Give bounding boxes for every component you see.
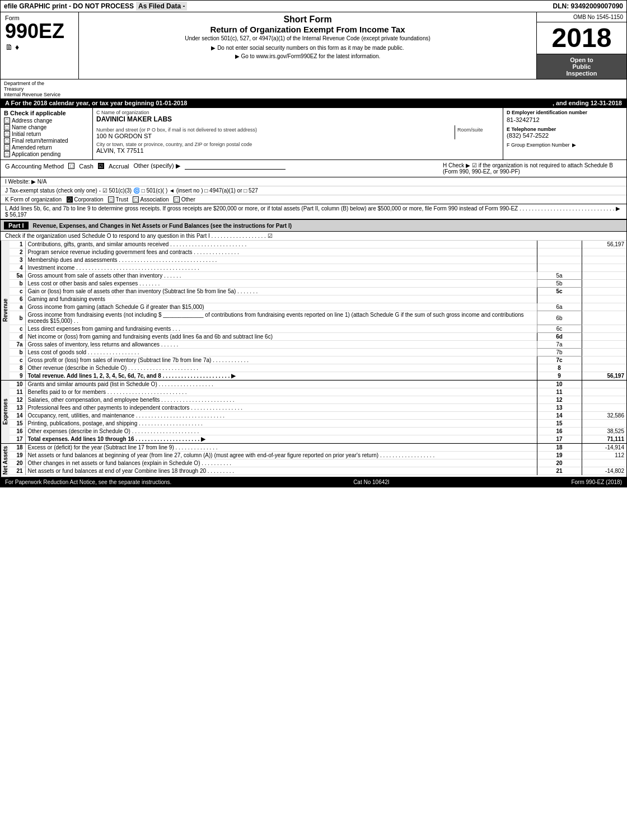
line-number: 19 bbox=[10, 452, 25, 459]
line-label: Salaries, other compensation, and employ… bbox=[25, 396, 537, 404]
line-box: 6a bbox=[537, 303, 582, 311]
line-label: Other revenue (describe in Schedule O) .… bbox=[25, 364, 537, 372]
checkbox-cash[interactable]: □ bbox=[68, 163, 74, 169]
checkbox-pending[interactable]: □ bbox=[4, 151, 10, 157]
net-assets-table: 18Excess or (deficit) for the year (Subt… bbox=[10, 444, 626, 475]
table-row: 4Investment income . . . . . . . . . . .… bbox=[10, 264, 626, 272]
line-value bbox=[582, 396, 626, 404]
line-value bbox=[582, 280, 626, 288]
checkbox-initial[interactable]: □ bbox=[4, 131, 10, 137]
checkbox-address[interactable]: □ bbox=[4, 118, 10, 124]
checkbox-trust[interactable]: □ bbox=[108, 196, 114, 203]
checkbox-final[interactable]: □ bbox=[4, 138, 10, 144]
line-label: Gross profit or (loss) from sales of inv… bbox=[25, 356, 537, 364]
line-value: 56,197 bbox=[582, 241, 626, 248]
phone-label: E Telephone number bbox=[507, 126, 623, 132]
line-label: Net assets or fund balances at end of ye… bbox=[25, 467, 537, 475]
line-label: Gross sales of inventory, less returns a… bbox=[25, 341, 537, 349]
other-org-label: Other bbox=[181, 196, 242, 203]
expenses-side-label: Expenses bbox=[1, 381, 10, 443]
line-number: b bbox=[10, 311, 25, 325]
line-value: 32,586 bbox=[582, 412, 626, 420]
line-value bbox=[582, 404, 626, 412]
table-row: dNet income or (loss) from gaming and fu… bbox=[10, 333, 626, 341]
table-row: bLess cost or other basis and sales expe… bbox=[10, 280, 626, 288]
checkbox-amended[interactable]: □ bbox=[4, 144, 10, 151]
table-row: 7aGross sales of inventory, less returns… bbox=[10, 341, 626, 349]
line-value bbox=[582, 381, 626, 388]
line-label: Gaming and fundraising events bbox=[25, 295, 537, 303]
line-number: a bbox=[10, 303, 25, 311]
line-label: Gain or (loss) from sale of assets other… bbox=[25, 288, 537, 295]
open-inspection-box: Open to Public Inspection bbox=[537, 54, 626, 79]
header-right: OMB No 1545-1150 2018 Open to Public Ins… bbox=[537, 12, 626, 79]
dln-label: DLN: 93492009007090 bbox=[553, 2, 623, 10]
line-value bbox=[582, 341, 626, 349]
table-row: 11Benefits paid to or for members . . . … bbox=[10, 388, 626, 396]
line-value bbox=[582, 325, 626, 333]
accounting-label: G Accounting Method bbox=[5, 163, 64, 170]
expenses-content: 10Grants and similar amounts paid (list … bbox=[10, 381, 626, 443]
check-amended: □ Amended return bbox=[4, 144, 89, 151]
checkbox-association[interactable]: □ bbox=[133, 196, 139, 203]
cash-label: Cash bbox=[79, 163, 93, 170]
association-label: Association bbox=[140, 196, 172, 203]
checkbox-corporation[interactable]: ☑ bbox=[67, 196, 73, 203]
line-result-num: 8 bbox=[537, 364, 582, 372]
line-label: Gross income from fundraising events (no… bbox=[25, 311, 537, 325]
line-number: 2 bbox=[10, 248, 25, 256]
line-value bbox=[582, 364, 626, 372]
form-org-row: K Form of organization ☑ Corporation □ T… bbox=[1, 195, 626, 204]
line-result-num: 12 bbox=[537, 396, 582, 404]
org-name-value: DAVINICI MAKER LABS bbox=[96, 115, 499, 123]
check-name-change: □ Name change bbox=[4, 124, 89, 130]
line-box: 7b bbox=[537, 349, 582, 356]
line-value bbox=[582, 349, 626, 356]
expenses-table: 10Grants and similar amounts paid (list … bbox=[10, 381, 626, 443]
line-label: Excess or (deficit) for the year (Subtra… bbox=[25, 444, 537, 452]
line-label: Net income or (loss) from gaming and fun… bbox=[25, 333, 537, 341]
line-value: -14,802 bbox=[582, 467, 626, 475]
ein-label: D Employer identification number bbox=[507, 110, 623, 115]
line-value bbox=[582, 272, 626, 280]
tax-exempt-text: J Tax-exempt status (check only one) - ☑… bbox=[5, 187, 258, 194]
table-row: 15Printing, publications, postage, and s… bbox=[10, 420, 626, 428]
line-value bbox=[582, 303, 626, 311]
line-result-num: 14 bbox=[537, 412, 582, 420]
line-number: 18 bbox=[10, 444, 25, 452]
filed-data-label: As Filed Data - bbox=[136, 2, 187, 11]
checkbox-other-org[interactable]: □ bbox=[174, 196, 180, 203]
line-label: Total expenses. Add lines 10 through 16 … bbox=[25, 435, 537, 443]
line-label: Investment income . . . . . . . . . . . … bbox=[25, 264, 537, 272]
line-number: 5a bbox=[10, 272, 25, 280]
line-value: -14,914 bbox=[582, 444, 626, 452]
line-result-num: 20 bbox=[537, 459, 582, 467]
table-row: 5aGross amount from sale of assets other… bbox=[10, 272, 626, 280]
check-h: H Check ▶ ☑ if the organization is not r… bbox=[443, 162, 622, 175]
line-number: 7a bbox=[10, 341, 25, 349]
address-label: Number and street (or P O box, if mail i… bbox=[96, 127, 455, 133]
line-label: Grants and similar amounts paid (list in… bbox=[25, 381, 537, 388]
line-result-num bbox=[537, 248, 582, 256]
table-row: 10Grants and similar amounts paid (list … bbox=[10, 381, 626, 388]
line-value bbox=[582, 264, 626, 272]
org-name-label: C Name of organization bbox=[96, 110, 499, 115]
line-number: 4 bbox=[10, 264, 25, 272]
line-label: Less cost of goods sold . . . . . . . . … bbox=[25, 349, 537, 356]
check-final-return: □ Final return/terminated bbox=[4, 138, 89, 144]
line-result-num: 21 bbox=[537, 467, 582, 475]
line-number: 17 bbox=[10, 435, 25, 443]
table-row: 18Excess or (deficit) for the year (Subt… bbox=[10, 444, 626, 452]
line-number: c bbox=[10, 356, 25, 364]
checkbox-name[interactable]: □ bbox=[4, 124, 10, 130]
check-address-change: □ Address change bbox=[4, 118, 89, 124]
checkbox-accrual[interactable]: ☑ bbox=[98, 163, 104, 169]
line-label: Gross amount from sale of assets other t… bbox=[25, 272, 537, 280]
revenue-table: 1Contributions, gifts, grants, and simil… bbox=[10, 241, 626, 380]
table-row: 13Professional fees and other payments t… bbox=[10, 404, 626, 412]
form-org-label: K Form of organization bbox=[5, 196, 62, 203]
line-value bbox=[582, 248, 626, 256]
line-number: 8 bbox=[10, 364, 25, 372]
address-value: 100 N GORDON ST bbox=[96, 133, 455, 139]
header-center: Short Form Return of Organization Exempt… bbox=[79, 12, 537, 79]
